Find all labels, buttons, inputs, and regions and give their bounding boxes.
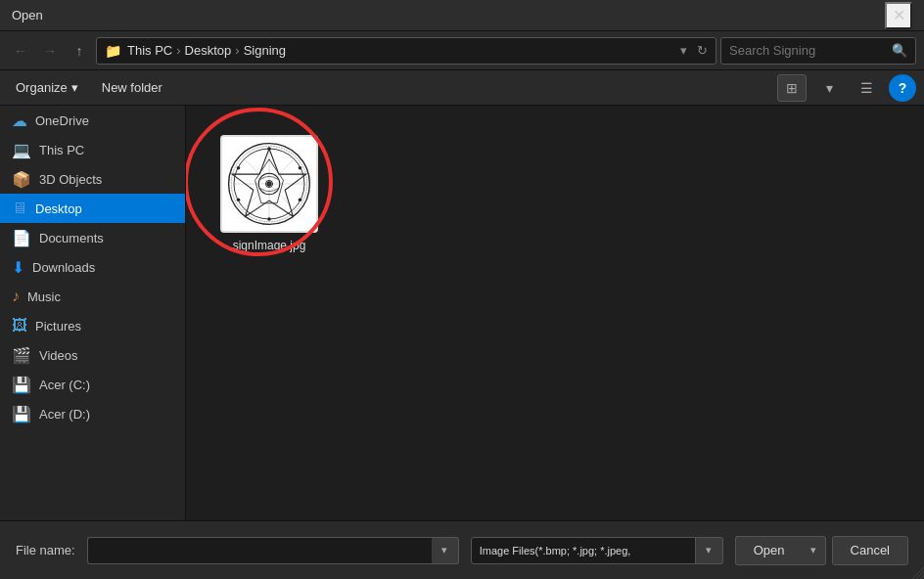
cancel-button[interactable]: Cancel xyxy=(832,536,908,565)
file-thumbnail xyxy=(220,135,318,233)
sidebar-item-label-music: Music xyxy=(27,290,61,304)
svg-point-11 xyxy=(267,147,271,151)
up-button[interactable]: ↑ xyxy=(67,38,92,64)
refresh-path-icon[interactable]: ↻ xyxy=(697,43,708,58)
thispc-icon: 💻 xyxy=(12,141,31,159)
bottom-bar: File name: ▾ Image Files(*.bmp; *.jpg; *… xyxy=(0,520,924,579)
file-area: signImage.jpg xyxy=(186,106,924,520)
view-chevron-button[interactable]: ▾ xyxy=(814,74,844,102)
documents-icon: 📄 xyxy=(12,229,31,247)
3dobjects-icon: 📦 xyxy=(12,170,31,189)
file-name-label: signImage.jpg xyxy=(233,239,306,252)
address-box[interactable]: 📁 This PC › Desktop › Signing ▾ ↻ xyxy=(96,37,716,65)
open-dropdown-button[interactable]: ▾ xyxy=(803,536,826,565)
desktop-icon: 🖥 xyxy=(12,200,27,217)
sidebar-item-thispc[interactable]: 💻This PC xyxy=(0,135,185,164)
title-bar-left: Open xyxy=(12,8,43,22)
sidebar-item-pictures[interactable]: 🖼Pictures xyxy=(0,311,185,340)
svg-line-20 xyxy=(916,571,924,579)
view-grid-icon: ⊞ xyxy=(786,80,798,96)
address-path: This PC › Desktop › Signing xyxy=(127,43,286,58)
back-button[interactable]: ← xyxy=(8,38,33,64)
file-type-label: Image Files(*.bmp; *.jpg; *.jpeg, xyxy=(480,545,631,557)
svg-point-14 xyxy=(267,217,271,221)
sidebar-item-onedrive[interactable]: ☁OneDrive xyxy=(0,106,185,135)
videos-icon: 🎬 xyxy=(12,346,31,365)
new-folder-button[interactable]: New folder xyxy=(94,76,170,99)
sidebar-item-label-acerc: Acer (C:) xyxy=(39,378,90,392)
sidebar-item-label-documents: Documents xyxy=(39,231,104,245)
close-button[interactable]: ✕ xyxy=(885,2,912,29)
svg-point-18 xyxy=(267,182,271,186)
help-icon: ? xyxy=(899,80,907,96)
sidebar-item-acerc[interactable]: 💾Acer (C:) xyxy=(0,370,185,399)
sidebar-item-label-acerd: Acer (D:) xyxy=(39,407,90,422)
sidebar-item-documents[interactable]: 📄Documents xyxy=(0,223,185,252)
open-button-group: Open ▾ xyxy=(735,536,826,565)
sidebar-item-downloads[interactable]: ⬇Downloads xyxy=(0,252,185,282)
path-desktop: Desktop xyxy=(185,43,232,58)
svg-point-16 xyxy=(237,166,241,170)
organize-chevron-icon: ▾ xyxy=(71,80,78,95)
sidebar-item-label-desktop: Desktop xyxy=(35,201,82,216)
sidebar-item-videos[interactable]: 🎬Videos xyxy=(0,340,185,370)
help-button[interactable]: ? xyxy=(889,74,916,102)
title-bar-title: Open xyxy=(12,8,43,22)
search-icon[interactable]: 🔍 xyxy=(892,43,907,58)
organize-button[interactable]: Organize ▾ xyxy=(8,76,86,99)
address-bar: ← → ↑ 📁 This PC › Desktop › Signing ▾ ↻ … xyxy=(0,31,924,70)
path-thispc: This PC xyxy=(127,43,172,58)
file-type-wrap: Image Files(*.bmp; *.jpg; *.jpeg, ▾ xyxy=(471,537,723,564)
acerc-icon: 💾 xyxy=(12,376,31,394)
main-area: ☁OneDrive💻This PC📦3D Objects🖥Desktop📄Doc… xyxy=(0,106,924,520)
sidebar-item-label-3dobjects: 3D Objects xyxy=(39,172,102,187)
file-type-select[interactable]: Image Files(*.bmp; *.jpg; *.jpeg, xyxy=(471,537,696,564)
file-type-chevron-icon[interactable]: ▾ xyxy=(696,537,723,564)
sidebar: ☁OneDrive💻This PC📦3D Objects🖥Desktop📄Doc… xyxy=(0,106,186,520)
file-name-input[interactable] xyxy=(87,537,432,564)
forward-button[interactable]: → xyxy=(37,38,63,64)
sidebar-item-label-onedrive: OneDrive xyxy=(35,113,89,128)
view-list-button[interactable]: ☰ xyxy=(852,74,881,102)
svg-line-21 xyxy=(920,575,924,579)
open-button[interactable]: Open xyxy=(735,536,803,565)
onedrive-icon: ☁ xyxy=(12,111,27,130)
file-name-field-label: File name: xyxy=(16,543,75,557)
search-input[interactable] xyxy=(729,43,886,58)
file-item[interactable]: signImage.jpg xyxy=(206,125,333,262)
path-signing: Signing xyxy=(244,43,286,58)
acerd-icon: 💾 xyxy=(12,405,31,423)
address-chevron-icon[interactable]: ▾ xyxy=(680,43,687,58)
sidebar-item-label-pictures: Pictures xyxy=(35,319,81,334)
action-buttons: Open ▾ Cancel xyxy=(735,536,908,565)
sidebar-item-desktop[interactable]: 🖥Desktop xyxy=(0,194,185,223)
resize-handle[interactable] xyxy=(910,565,924,579)
sidebar-item-acerd[interactable]: 💾Acer (D:) xyxy=(0,399,185,428)
file-name-field-wrap: ▾ xyxy=(87,537,459,564)
view-dropdown-icon: ▾ xyxy=(826,80,833,96)
sidebar-item-label-thispc: This PC xyxy=(39,143,84,157)
music-icon: ♪ xyxy=(12,288,20,305)
toolbar: Organize ▾ New folder ⊞ ▾ ☰ ? xyxy=(0,70,924,106)
folder-icon: 📁 xyxy=(105,43,121,59)
downloads-icon: ⬇ xyxy=(12,258,24,277)
sidebar-item-music[interactable]: ♪Music xyxy=(0,282,185,311)
search-box[interactable]: 🔍 xyxy=(720,37,916,65)
svg-point-15 xyxy=(237,198,241,201)
view-list-icon: ☰ xyxy=(860,80,873,96)
svg-point-12 xyxy=(299,166,302,170)
file-name-dropdown-button[interactable]: ▾ xyxy=(432,537,459,564)
sidebar-item-label-videos: Videos xyxy=(39,348,78,363)
title-bar: Open ✕ xyxy=(0,0,924,31)
new-folder-label: New folder xyxy=(102,80,162,95)
sidebar-item-3dobjects[interactable]: 📦3D Objects xyxy=(0,164,185,194)
sigil-image xyxy=(225,140,313,228)
sidebar-item-label-downloads: Downloads xyxy=(32,260,95,275)
svg-point-13 xyxy=(299,198,302,201)
pictures-icon: 🖼 xyxy=(12,317,27,334)
view-grid-button[interactable]: ⊞ xyxy=(777,74,807,102)
organize-label: Organize xyxy=(16,80,68,95)
